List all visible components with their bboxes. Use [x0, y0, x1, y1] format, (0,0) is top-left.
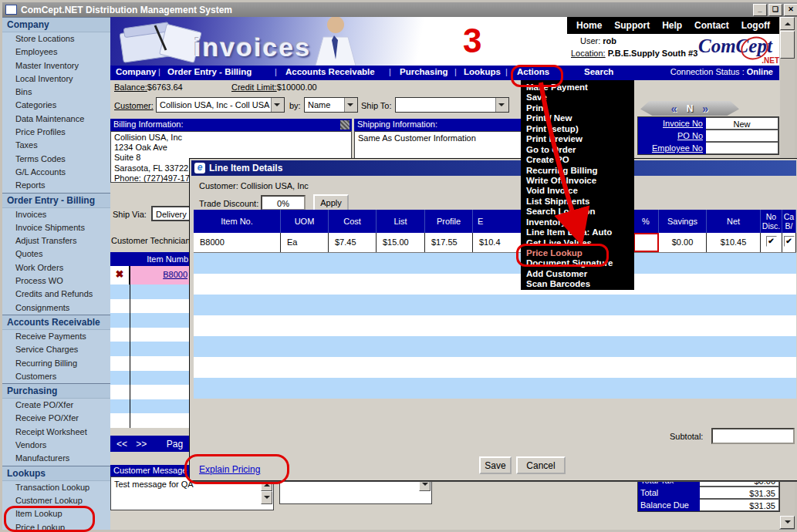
- menu-purchasing[interactable]: Purchasing: [400, 67, 448, 76]
- sidebar-item[interactable]: Item Lookup: [2, 507, 110, 520]
- pager-prev[interactable]: <<: [117, 439, 127, 450]
- delete-row-icon[interactable]: ✖: [110, 266, 130, 285]
- sidebar-item[interactable]: Price Lookup: [2, 521, 110, 530]
- no-disc-checkbox[interactable]: ✔: [766, 236, 777, 247]
- menu-item-price-lookup[interactable]: Price Lookup: [521, 248, 634, 258]
- menu-item-print[interactable]: Print: [521, 103, 634, 113]
- cab-checkbox[interactable]: ✔: [784, 236, 795, 247]
- close-icon[interactable]: ✕: [784, 4, 797, 16]
- menu-item-create-po[interactable]: Create PO: [521, 155, 634, 165]
- menu-item-make-payment[interactable]: Make Payment: [521, 82, 634, 93]
- sidebar-item[interactable]: Data Maintenance: [2, 113, 110, 126]
- top-nav-link[interactable]: Home: [576, 20, 602, 31]
- dialog-title-bar[interactable]: e Line Item Details: [191, 160, 796, 176]
- menu-company[interactable]: Company: [116, 67, 156, 76]
- sidebar-item[interactable]: Create PO/Xfer: [2, 399, 110, 412]
- sidebar-item[interactable]: Employees: [2, 45, 110, 59]
- sidebar-item[interactable]: Local Inventory: [2, 72, 110, 86]
- sidebar-item[interactable]: Manufacturers: [2, 452, 110, 465]
- chevron-down-icon[interactable]: [271, 98, 284, 112]
- top-nav-link[interactable]: Support: [614, 20, 650, 31]
- ref-value[interactable]: [706, 142, 778, 154]
- chevron-down-icon[interactable]: [495, 98, 508, 112]
- sidebar-item[interactable]: Price Profiles: [2, 126, 110, 139]
- sidebar-item[interactable]: Work Orders: [2, 261, 110, 274]
- sidebar-item[interactable]: Receipt Worksheet: [2, 426, 110, 439]
- menu-order-entry[interactable]: Order Entry - Billing: [167, 67, 252, 76]
- maximize-icon[interactable]: ❏: [768, 4, 782, 16]
- scrollbar-down-icon[interactable]: [780, 516, 795, 529]
- menu-lookups[interactable]: Lookups: [464, 67, 501, 76]
- sidebar-item[interactable]: Taxes: [2, 139, 110, 152]
- sidebar-item[interactable]: Transaction Lookup: [2, 481, 110, 494]
- minimize-icon[interactable]: _: [753, 4, 767, 16]
- top-nav-link[interactable]: Help: [662, 20, 682, 31]
- sidebar-item[interactable]: Store Locations: [2, 32, 110, 45]
- location-link[interactable]: Location:: [571, 49, 606, 58]
- customer-message-textarea[interactable]: Test message for QA: [110, 476, 274, 510]
- trade-discount-input[interactable]: 0%: [261, 195, 306, 210]
- menu-search[interactable]: Search: [584, 67, 613, 76]
- prev-record-icon[interactable]: «: [671, 103, 677, 115]
- sidebar-item[interactable]: Credits and Refunds: [2, 288, 110, 301]
- scroll-down-icon[interactable]: [261, 491, 272, 504]
- chevron-down-icon[interactable]: [344, 98, 357, 112]
- sidebar-item[interactable]: Process WO: [2, 274, 110, 288]
- by-select[interactable]: Name: [304, 97, 358, 113]
- sidebar-item[interactable]: Customers: [2, 370, 110, 383]
- menu-item-add-customer[interactable]: Add Customer: [521, 269, 634, 279]
- menu-accounts-receivable[interactable]: Accounts Receivable: [285, 67, 375, 76]
- menu-item-scan-barcodes[interactable]: Scan Barcodes: [521, 279, 634, 289]
- hatch-icon[interactable]: [340, 120, 350, 130]
- menu-item-print-preview[interactable]: Print Preview: [521, 134, 634, 144]
- cancel-button[interactable]: Cancel: [516, 456, 566, 474]
- menu-item-get-live-values[interactable]: Get Live Values: [521, 238, 634, 248]
- sidebar-item[interactable]: Master Inventory: [2, 59, 110, 72]
- top-nav-link[interactable]: Logoff: [741, 20, 770, 31]
- menu-item-save[interactable]: Save: [521, 93, 634, 103]
- menu-item-search-location[interactable]: Search Location: [521, 207, 634, 217]
- sidebar-item[interactable]: Vendors: [2, 439, 110, 452]
- sidebar-item[interactable]: Bins: [2, 86, 110, 99]
- sidebar-item[interactable]: Recurring Billing: [2, 357, 110, 370]
- top-nav-link[interactable]: Contact: [694, 20, 729, 31]
- sidebar-item[interactable]: Invoices: [2, 208, 110, 221]
- menu-item-inventory[interactable]: Inventory:: [521, 217, 634, 227]
- sidebar-item[interactable]: Service Charges: [2, 343, 110, 356]
- sidebar-item[interactable]: Categories: [2, 99, 110, 112]
- sidebar-item[interactable]: Customer Lookup: [2, 494, 110, 507]
- apply-button[interactable]: Apply: [313, 194, 349, 211]
- save-button[interactable]: Save: [479, 456, 512, 474]
- menu-item-write-off-invoice[interactable]: Write Off Invoice: [521, 176, 634, 186]
- pager-next[interactable]: >>: [136, 439, 147, 450]
- sidebar-item[interactable]: Adjust Transfers: [2, 234, 110, 247]
- col-profile: Profile: [425, 210, 473, 233]
- ref-value[interactable]: [706, 130, 778, 142]
- sidebar-item[interactable]: Quotes: [2, 247, 110, 261]
- sidebar-item[interactable]: Terms Codes: [2, 153, 110, 166]
- menu-item-list-shipments[interactable]: List Shipments: [521, 197, 634, 207]
- menu-item-line-item-data[interactable]: Line Item Data: Auto: [521, 227, 634, 237]
- ship-to-select[interactable]: [395, 97, 509, 113]
- scrollbar-up-icon[interactable]: [780, 17, 795, 30]
- item-number-link[interactable]: B8000: [132, 270, 187, 279]
- sidebar-item[interactable]: Invoice Shipments: [2, 221, 110, 234]
- sidebar-item[interactable]: Receive Payments: [2, 330, 110, 343]
- menu-actions[interactable]: Actions: [517, 67, 549, 76]
- menu-item-print-setup[interactable]: Print (setup): [521, 124, 634, 134]
- customer-select[interactable]: Collision USA, Inc - Coll USA: [156, 97, 285, 113]
- cell-percent-input[interactable]: [633, 233, 659, 252]
- menu-item-document-signature[interactable]: Document Signature: [521, 258, 634, 268]
- menu-item-go-to-order[interactable]: Go to Order: [521, 145, 634, 155]
- next-record-icon[interactable]: »: [702, 103, 708, 115]
- menu-item-print-new[interactable]: Print / New: [521, 113, 634, 123]
- sidebar-item[interactable]: G/L Accounts: [2, 166, 110, 179]
- scrollbar-thumb[interactable]: [780, 31, 795, 59]
- menu-item-void-invoice[interactable]: Void Invoice: [521, 186, 634, 196]
- ref-value[interactable]: New: [706, 117, 778, 130]
- sidebar-item[interactable]: Receive PO/Xfer: [2, 412, 110, 425]
- sidebar-item[interactable]: Reports: [2, 179, 110, 192]
- explain-pricing-link[interactable]: Explain Pricing: [199, 464, 260, 475]
- menu-item-recurring-billing[interactable]: Recurring Billing: [521, 166, 634, 176]
- sidebar-item[interactable]: Consignments: [2, 301, 110, 315]
